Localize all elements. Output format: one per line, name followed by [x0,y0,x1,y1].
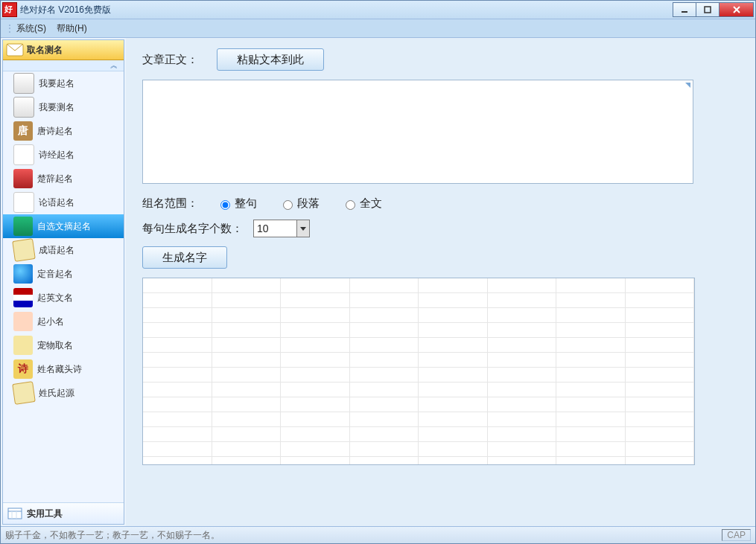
sidebar-item-10[interactable]: 起小名 [3,310,124,333]
table-cell [419,308,488,322]
flag-icon [13,288,33,307]
table-cell [556,278,626,292]
table-cell [350,427,419,441]
scope-radio-0[interactable]: 整句 [217,196,257,211]
table-cell [212,278,282,292]
table-cell [350,457,419,465]
table-cell [488,427,557,441]
table-cell [143,457,212,465]
book-icon [13,217,33,236]
table-cell [626,442,695,456]
table-cell [488,278,557,292]
sidebar-item-9[interactable]: 起英文名 [3,286,124,310]
scope-radio-input-2[interactable] [346,200,355,210]
sidebar: 取名测名 ︽ 我要起名我要测名唐唐诗起名诗经起名楚辞起名论语起名自选文摘起名成语… [2,39,124,525]
sidebar-item-8[interactable]: 定音起名 [3,262,124,286]
sidebar-item-5[interactable]: 论语起名 [3,191,124,214]
sidebar-item-label: 论语起名 [39,196,74,209]
sidebar-item-label: 楚辞起名 [37,173,73,185]
toolbar-grip-icon: ⋮ [5,23,13,33]
table-row [143,457,694,465]
article-textarea-wrap [142,80,693,186]
table-cell [143,293,212,307]
menu-system[interactable]: 系统(S) [16,22,46,35]
table-cell [143,323,212,337]
scope-radio-2[interactable]: 全文 [342,196,382,211]
article-textarea[interactable] [142,80,693,184]
table-cell [281,308,350,322]
table-cell [350,278,419,292]
names-count-combo[interactable]: 10 [253,220,310,237]
dropdown-arrow-icon [296,220,309,237]
generate-button[interactable]: 生成名字 [142,246,227,269]
sidebar-item-label: 姓氏起源 [39,387,74,400]
maximize-button[interactable] [696,2,720,17]
sidebar-header[interactable]: 取名测名 [3,40,124,60]
table-cell [626,427,695,441]
scope-radio-input-0[interactable] [220,200,230,210]
menu-help[interactable]: 帮助(H) [57,22,87,35]
table-cell [143,442,212,456]
sidebar-item-1[interactable]: 我要测名 [3,95,124,119]
table-cell [419,278,488,292]
sidebar-item-2[interactable]: 唐唐诗起名 [3,119,124,143]
scope-radio-label: 整句 [235,196,257,211]
table-cell [556,308,626,322]
sidebar-item-13[interactable]: 姓氏起源 [3,381,124,405]
sidebar-item-11[interactable]: 宠物取名 [3,333,124,357]
table-cell [212,442,282,456]
table-cell [556,457,626,465]
table-cell [212,338,282,352]
table-cell [281,293,350,307]
table-cell [556,442,626,456]
table-cell [488,397,557,412]
minimize-button[interactable] [673,2,696,17]
table-cell [212,293,282,307]
table-row [143,442,694,457]
sidebar-item-0[interactable]: 我要起名 [3,71,124,95]
table-cell [350,353,419,367]
sidebar-item-label: 我要测名 [39,101,74,114]
red-icon [13,169,33,188]
table-cell [281,412,350,426]
table-cell [626,338,695,352]
window-title: 绝对好名 V2016免费版 [20,4,673,16]
table-cell [281,338,350,352]
sidebar-item-6[interactable]: 自选文摘起名 [3,214,124,238]
table-cell [350,368,419,382]
table-cell [626,397,695,412]
table-cell [626,353,695,367]
table-cell [419,412,488,426]
table-cell [281,397,350,412]
poem-icon: 诗 [13,359,33,379]
table-cell [419,293,488,307]
sidebar-footer[interactable]: 实用工具 [3,502,124,524]
table-cell [626,368,695,382]
scope-radio-input-1[interactable] [283,200,293,210]
sidebar-item-4[interactable]: 楚辞起名 [3,167,124,191]
scope-radio-label: 全文 [360,196,382,211]
table-cell [556,368,626,382]
paste-text-button[interactable]: 粘贴文本到此 [217,48,324,71]
list-icon [13,144,34,165]
sidebar-collapse-button[interactable]: ︽ [3,60,124,71]
table-cell [143,368,212,382]
sidebar-item-7[interactable]: 成语起名 [3,238,124,262]
table-cell [143,412,212,426]
table-cell [556,427,626,441]
window-controls [673,2,754,17]
table-cell [556,412,626,426]
main-panel: 文章正文： 粘贴文本到此 组名范围： 整句段落全文 每句生成名字个数： 10 生… [126,38,755,526]
table-cell [350,308,419,322]
scope-radio-1[interactable]: 段落 [279,196,320,211]
table-cell [281,278,350,292]
statusbar: 赐子千金，不如教子一艺；教子一艺，不如赐子一名。 CAP [1,526,755,543]
result-grid[interactable] [142,278,695,465]
table-row [143,308,694,323]
sidebar-item-3[interactable]: 诗经起名 [3,143,124,167]
sidebar-item-label: 诗经起名 [39,149,74,161]
sidebar-item-12[interactable]: 诗姓名藏头诗 [3,357,124,381]
client-area: 取名测名 ︽ 我要起名我要测名唐唐诗起名诗经起名楚辞起名论语起名自选文摘起名成语… [1,38,755,526]
table-cell [143,383,212,397]
close-button[interactable] [719,2,754,17]
